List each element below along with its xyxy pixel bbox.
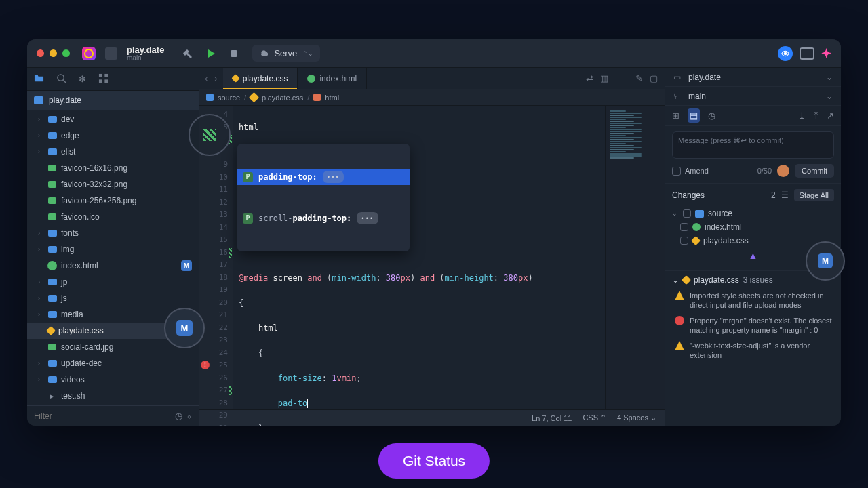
tree-item[interactable]: favicon-16x16.png <box>27 160 199 176</box>
tree-item[interactable]: ›elist <box>27 144 199 160</box>
scm-icon[interactable]: ⬨ <box>186 411 192 421</box>
img-icon <box>47 163 57 173</box>
fetch-icon[interactable]: ⤒ <box>812 110 820 121</box>
avatar[interactable] <box>777 165 789 177</box>
amend-checkbox[interactable]: Amend <box>672 167 709 176</box>
nav-forward-icon[interactable]: › <box>214 73 217 83</box>
minimize-window-button[interactable] <box>50 49 57 57</box>
commit-button[interactable]: Commit <box>795 164 834 178</box>
property-badge: P <box>243 172 253 182</box>
grid-icon[interactable] <box>98 73 108 85</box>
issue-item[interactable]: "-webkit-text-size-adjust" is a vendor e… <box>672 339 834 364</box>
tree-item[interactable]: ›dev <box>27 111 199 127</box>
tree-item[interactable]: favicon.ico <box>27 209 199 225</box>
issue-item[interactable]: Imported style sheets are not checked in… <box>672 289 834 314</box>
filter-input[interactable] <box>34 411 175 421</box>
star-icon[interactable]: ✻ <box>79 74 86 84</box>
folder-icon <box>47 277 57 287</box>
checkbox[interactable] <box>683 209 691 218</box>
project-title[interactable]: play.date main <box>127 45 164 62</box>
scheme-selector[interactable]: Serve ⌃⌄ <box>252 45 320 62</box>
clock-icon[interactable]: ◷ <box>175 411 182 421</box>
close-window-button[interactable] <box>37 49 44 57</box>
tree-item[interactable]: favicon-32x32.png <box>27 176 199 192</box>
eye-icon[interactable] <box>778 46 793 61</box>
feature-label: Git Status <box>378 443 490 479</box>
tree-item[interactable]: ›img <box>27 241 199 258</box>
maximize-window-button[interactable] <box>62 49 70 57</box>
tree-item[interactable]: ›fonts <box>27 225 199 241</box>
folder-icon <box>47 228 57 238</box>
hierarchy-icon[interactable]: ☰ <box>781 190 789 200</box>
tree-item[interactable]: ›edge <box>27 127 199 144</box>
css-icon <box>46 326 56 336</box>
tree-item[interactable]: index.htmlM <box>27 258 199 274</box>
stage-all-button[interactable]: Stage All <box>794 189 834 201</box>
svg-rect-4 <box>104 73 108 77</box>
folder-nav-icon[interactable] <box>34 73 44 85</box>
tree-item[interactable]: ›update-dec <box>27 355 199 371</box>
checkbox[interactable] <box>680 223 688 231</box>
issues-header[interactable]: ⌄ playdate.css 3 issues <box>672 275 834 285</box>
editor[interactable]: html font-size: 3.8px; pad-to (uncommitt… <box>233 106 605 409</box>
ai-icon[interactable]: ▲ <box>749 250 758 261</box>
clock-icon[interactable]: ◷ <box>708 110 715 121</box>
autocomplete-popup[interactable]: P padding-top: ••• P scroll-padding-top:… <box>237 144 410 251</box>
push-icon[interactable]: ↗ <box>827 110 834 121</box>
nav-back-icon[interactable]: ‹ <box>205 73 208 83</box>
folder-icon <box>34 96 43 104</box>
issue-item[interactable]: Property "mrgan" doesn't exist. The clos… <box>672 314 834 339</box>
svg-rect-6 <box>104 79 108 83</box>
change-folder[interactable]: ⌄ source <box>665 207 841 220</box>
search-icon[interactable] <box>56 73 66 85</box>
crumb-2: html <box>325 94 339 102</box>
commit-message-input[interactable]: Message (press ⌘↩ to commit) <box>672 131 834 159</box>
hash-icon <box>313 94 321 101</box>
autocomplete-item[interactable]: P scroll-padding-top: ••• <box>237 210 410 226</box>
split-icon[interactable]: ⇄ <box>586 73 593 83</box>
tabbar: ‹ › playdate.cssindex.html ⇄ ▥ ✎ ▢ <box>199 68 665 89</box>
folder-icon <box>47 131 57 140</box>
tree-item[interactable]: ›jp <box>27 274 199 290</box>
css-icon <box>249 92 260 103</box>
grid-icon[interactable]: ⊞ <box>672 110 679 121</box>
checkbox[interactable] <box>680 237 688 245</box>
warning-icon <box>675 291 684 300</box>
list-icon[interactable]: ▤ <box>688 108 700 123</box>
tree-item[interactable]: test.sh <box>27 388 199 404</box>
hammer-icon[interactable] <box>179 45 197 62</box>
svg-point-1 <box>784 52 787 55</box>
change-file[interactable]: index.html <box>665 220 841 234</box>
plus-icon[interactable]: ✦ <box>821 46 831 61</box>
play-button[interactable] <box>202 45 220 62</box>
wand-icon[interactable]: ✎ <box>635 73 643 83</box>
minimap[interactable] <box>605 106 665 409</box>
tree-item[interactable]: favicon-256x256.png <box>27 192 199 209</box>
project-icon <box>105 47 117 60</box>
pull-icon[interactable]: ⤓ <box>798 110 806 121</box>
sidebar-toggle-icon[interactable]: ▢ <box>650 73 658 83</box>
img-icon <box>47 196 57 205</box>
changes-header: Changes 2 ☰ Stage All <box>665 184 841 207</box>
breadcrumbs[interactable]: source / playdate.css / html <box>199 89 665 106</box>
tree-item[interactable]: ›videos <box>27 371 199 388</box>
insp-branch[interactable]: ⑂ main ⌄ <box>665 87 841 106</box>
panel-icon[interactable]: ▥ <box>600 73 608 83</box>
file-tree: ›dev›edge›elistfavicon-16x16.pngfavicon-… <box>27 110 199 405</box>
layout-toggle[interactable] <box>800 47 814 60</box>
chevron-down-icon: ⌄ <box>826 73 833 82</box>
titlebar: play.date main Serve ⌃⌄ ✦ <box>27 39 841 68</box>
error-icon <box>675 316 684 325</box>
insp-project[interactable]: ▭ play.date ⌄ <box>665 68 841 87</box>
sidebar: ✻ play.date ›dev›edge›elistfavicon-16x16… <box>27 68 199 426</box>
folder-icon <box>47 359 57 368</box>
tab[interactable]: index.html <box>298 68 367 89</box>
indent-mode[interactable]: 4 Spaces ⌄ <box>617 413 656 422</box>
tab[interactable]: playdate.css <box>223 68 298 89</box>
stop-button[interactable] <box>225 45 243 62</box>
html-icon <box>47 261 57 270</box>
filter-bar: ◷ ⬨ <box>27 405 199 426</box>
tree-item[interactable]: ›js <box>27 290 199 306</box>
sidebar-root[interactable]: play.date <box>27 91 199 110</box>
autocomplete-item[interactable]: P padding-top: ••• <box>237 169 410 185</box>
